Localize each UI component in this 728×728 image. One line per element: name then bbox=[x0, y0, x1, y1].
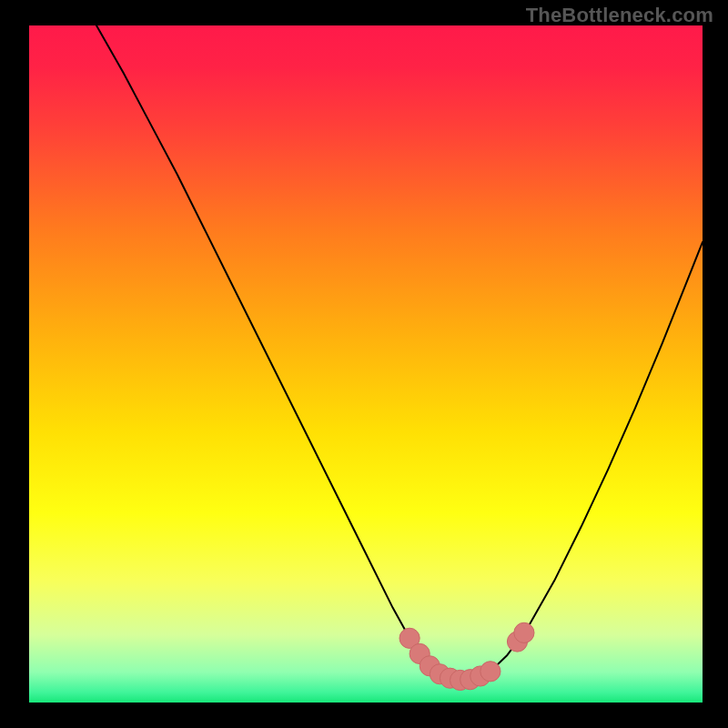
chart-frame: TheBottleneck.com bbox=[0, 0, 728, 728]
watermark-text: TheBottleneck.com bbox=[526, 4, 713, 27]
chart-svg bbox=[29, 25, 703, 703]
valley-marker bbox=[514, 622, 534, 642]
plot-area bbox=[29, 25, 703, 703]
valley-marker bbox=[480, 662, 500, 682]
gradient-background bbox=[29, 25, 703, 703]
